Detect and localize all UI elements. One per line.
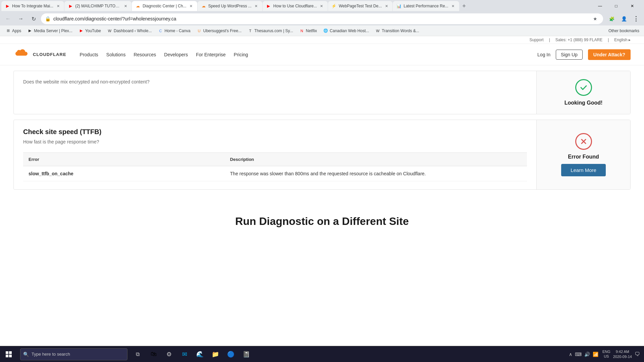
- taskbar-right: ∧ ⌨ 🔊 📶 ENG US 9:42 AM 2020-09-14 🗨: [569, 349, 644, 359]
- settings-icon: ⚙: [166, 351, 172, 358]
- nav-pricing[interactable]: Pricing: [234, 51, 248, 59]
- minimize-button[interactable]: —: [592, 1, 608, 11]
- bookmark-apps[interactable]: ⊞ Apps: [3, 27, 24, 35]
- tab-5[interactable]: ▶ How to Use Cloudflare... ✕: [263, 1, 328, 11]
- tab-close-1[interactable]: ✕: [55, 3, 61, 9]
- taskbar-chrome-icon[interactable]: 🔵: [223, 346, 238, 362]
- support-link[interactable]: Support: [530, 38, 544, 42]
- login-link[interactable]: Log In: [537, 52, 550, 57]
- bookmark-ubersuggest[interactable]: U Ubersuggest's Free...: [194, 27, 244, 35]
- extensions-button[interactable]: 🧩: [606, 13, 617, 24]
- cf-logo[interactable]: CLOUDFLARE: [13, 47, 66, 62]
- explorer-icon: 📁: [212, 351, 219, 358]
- language-indicator: ENG US: [602, 350, 610, 358]
- reload-button[interactable]: ↻: [28, 13, 39, 24]
- transition-words-favicon: W: [375, 28, 380, 34]
- bookmark-netflix[interactable]: N Netflix: [297, 27, 320, 35]
- url-bar[interactable]: 🔒 cloudflare.com/diagnostic-center/?url=…: [41, 13, 603, 24]
- transition-words-label: Transition Words &...: [382, 28, 419, 33]
- site-speed-desc: How fast is the page response time?: [23, 139, 527, 144]
- bookmark-thesaurus[interactable]: T Thesaurus.com | Sy...: [245, 27, 296, 35]
- taskbar-pinned-apps: 🛍 ⚙ ✉ 🌊 📁 🔵 📓: [146, 346, 254, 362]
- cf-logo-text: CLOUDFLARE: [33, 52, 66, 57]
- taskbar-settings-icon[interactable]: ⚙: [162, 346, 176, 362]
- svg-rect-1: [9, 351, 12, 354]
- svg-rect-3: [9, 355, 12, 357]
- mail-icon: ✉: [182, 351, 187, 358]
- address-bar: ← → ↻ 🔒 cloudflare.com/diagnostic-center…: [0, 12, 644, 25]
- browser-chrome: ▶ How To Integrate Mai... ✕ ▶ (2) MAILCH…: [0, 0, 644, 36]
- system-tray: ∧ ⌨ 🔊 📶: [569, 352, 600, 357]
- bookmark-star-icon[interactable]: ★: [591, 15, 599, 23]
- under-attack-button[interactable]: Under Attack?: [588, 49, 631, 60]
- other-bookmarks-label: Other bookmarks: [608, 28, 639, 33]
- task-view-button[interactable]: ⧉: [130, 346, 145, 362]
- nav-resources[interactable]: Resources: [133, 51, 156, 59]
- keyboard-icon[interactable]: ⌨: [575, 352, 582, 357]
- error-found-label: Error Found: [568, 154, 599, 160]
- network-icon[interactable]: 📶: [593, 352, 598, 357]
- tab-close-7[interactable]: ✕: [450, 3, 456, 9]
- taskbar-onenote-icon[interactable]: 📓: [239, 346, 254, 362]
- menu-button[interactable]: ⋮: [631, 13, 641, 24]
- tab-4[interactable]: ☁ Speed Up WordPress ... ✕: [198, 1, 262, 11]
- bookmark-dashboard[interactable]: W Dashboard ‹ Whole...: [104, 27, 154, 35]
- new-tab-button[interactable]: +: [460, 1, 469, 11]
- cf-top-bar: Support | Sales: +1 (888) 99 FLARE | Eng…: [0, 36, 644, 44]
- error-col-header: Error: [23, 153, 225, 166]
- url-text: cloudflare.com/diagnostic-center/?url=wh…: [53, 16, 588, 21]
- tab-2[interactable]: ▶ (2) MAILCHIMP TUTOR... ✕: [64, 1, 131, 11]
- site-speed-left: Check site speed (TTFB) How fast is the …: [14, 120, 536, 189]
- tab-1[interactable]: ▶ How To Integrate Mai... ✕: [1, 1, 64, 11]
- close-button[interactable]: ✕: [625, 1, 640, 11]
- youtube-label: YouTube: [85, 28, 101, 33]
- signup-link[interactable]: Sign Up: [556, 50, 583, 60]
- bookmark-media-server[interactable]: ▶ Media Server | Plex...: [24, 27, 75, 35]
- bookmark-transition-words[interactable]: W Transition Words &...: [372, 27, 422, 35]
- edge-icon: 🌊: [196, 351, 204, 358]
- language-selector[interactable]: English ▸: [614, 38, 631, 42]
- tab-close-6[interactable]: ✕: [384, 3, 389, 9]
- taskbar-mail-icon[interactable]: ✉: [177, 346, 192, 362]
- main-content: Does the website mix encrypted and non-e…: [0, 71, 644, 241]
- back-button[interactable]: ←: [3, 13, 13, 24]
- other-bookmarks[interactable]: Other bookmarks: [606, 27, 641, 34]
- learn-more-button[interactable]: Learn More: [561, 164, 606, 176]
- nav-solutions[interactable]: Solutions: [106, 51, 126, 59]
- mixed-content-left: Does the website mix encrypted and non-e…: [14, 71, 536, 114]
- taskbar-explorer-icon[interactable]: 📁: [208, 346, 223, 362]
- looking-good-icon: [575, 79, 592, 96]
- bookmark-canadian-web[interactable]: 🌐 Canadian Web Host...: [320, 27, 372, 35]
- bookmark-canva[interactable]: C Home - Canva: [155, 27, 193, 35]
- tab-6[interactable]: ⚡ WebPageTest Test De... ✕: [328, 1, 392, 11]
- tab-label-1: How To Integrate Mai...: [12, 4, 53, 8]
- tab-close-4[interactable]: ✕: [254, 3, 259, 9]
- volume-icon[interactable]: 🔊: [584, 352, 590, 357]
- bookmark-youtube[interactable]: ▶ YouTube: [76, 27, 104, 35]
- nav-enterprise[interactable]: For Enterprise: [196, 51, 226, 59]
- taskbar-store-icon[interactable]: 🛍: [146, 346, 161, 362]
- sales-text: Sales: +1 (888) 99 FLARE: [555, 38, 602, 42]
- tab-close-2[interactable]: ✕: [123, 3, 128, 9]
- ubersuggest-label: Ubersuggest's Free...: [203, 28, 241, 33]
- nav-products[interactable]: Products: [80, 51, 98, 59]
- tab-close-3[interactable]: ✕: [189, 3, 194, 9]
- notification-button[interactable]: 🗨: [635, 351, 640, 357]
- maximize-button[interactable]: □: [608, 1, 624, 11]
- onenote-icon: 📓: [243, 351, 250, 358]
- clock[interactable]: 9:42 AM 2020-09-14: [613, 349, 632, 359]
- forward-button[interactable]: →: [15, 13, 26, 24]
- tab-3[interactable]: ☁ Diagnostic Center | Ch... ✕: [132, 1, 197, 11]
- taskbar-edge-icon[interactable]: 🌊: [193, 346, 207, 362]
- taskbar-search-box[interactable]: 🔍 Type here to search: [20, 348, 127, 360]
- profile-button[interactable]: 👤: [619, 13, 629, 24]
- cf-header: CLOUDFLARE Products Solutions Resources …: [0, 44, 644, 65]
- nav-developers[interactable]: Developers: [164, 51, 188, 59]
- tab-favicon-4: ☁: [201, 3, 206, 9]
- tab-7[interactable]: 📊 Latest Performance Re... ✕: [393, 1, 459, 11]
- cf-nav-right: Log In Sign Up Under Attack?: [537, 49, 631, 60]
- tray-arrow-icon[interactable]: ∧: [569, 352, 572, 357]
- tab-close-5[interactable]: ✕: [319, 3, 324, 9]
- start-button[interactable]: [0, 346, 17, 362]
- bookmarks-bar: ⊞ Apps ▶ Media Server | Plex... ▶ YouTub…: [0, 25, 644, 36]
